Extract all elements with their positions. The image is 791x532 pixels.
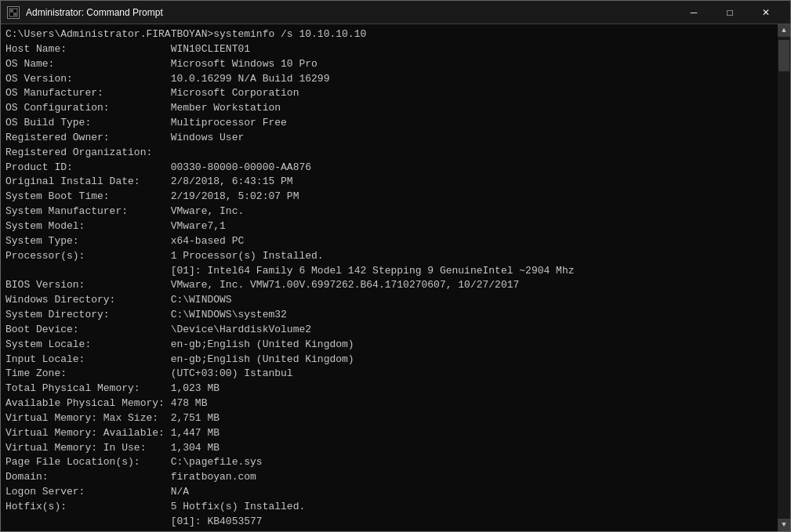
terminal-line: System Model: VMware7,1	[5, 219, 773, 234]
scrollbar: ▲ ▼	[778, 24, 790, 531]
terminal-line: System Boot Time: 2/19/2018, 5:02:07 PM	[5, 190, 773, 204]
terminal-line: Boot Device: \Device\HarddiskVolume2	[5, 323, 773, 338]
terminal-line: Available Physical Memory: 478 MB	[5, 396, 773, 411]
terminal-line: Host Name: WIN10CLIENT01	[5, 42, 773, 57]
terminal-line: OS Configuration: Member Workstation	[5, 101, 773, 116]
terminal-line: OS Name: Microsoft Windows 10 Pro	[5, 57, 773, 72]
terminal-line: Original Install Date: 2/8/2018, 6:43:15…	[5, 175, 773, 190]
close-button[interactable]: ✕	[748, 1, 784, 24]
terminal-line: Processor(s): 1 Processor(s) Installed.	[5, 249, 773, 264]
terminal-line: OS Build Type: Multiprocessor Free	[5, 116, 773, 131]
terminal-line: Registered Owner: Windows User	[5, 131, 773, 146]
scroll-up-button[interactable]: ▲	[778, 24, 790, 37]
terminal-line: [01]: Intel64 Family 6 Model 142 Steppin…	[5, 264, 773, 279]
title-bar: Administrator: Command Prompt ─ □ ✕	[1, 1, 790, 24]
terminal-line: C:\Users\Administrator.FIRATBOYAN>system…	[5, 27, 773, 42]
terminal-line: [02]: KB4055237	[5, 530, 773, 531]
terminal-line: Virtual Memory: Available: 1,447 MB	[5, 426, 773, 441]
window-controls: ─ □ ✕	[676, 1, 784, 24]
minimize-button[interactable]: ─	[676, 1, 712, 24]
scroll-down-button[interactable]: ▼	[778, 519, 790, 531]
terminal-line: BIOS Version: VMware, Inc. VMW71.00V.699…	[5, 278, 773, 293]
terminal-line: Virtual Memory: In Use: 1,304 MB	[5, 441, 773, 456]
svg-rect-2	[13, 13, 16, 16]
window-title: Administrator: Command Prompt	[26, 7, 676, 18]
terminal-line: Logon Server: N/A	[5, 485, 773, 500]
scroll-track	[778, 37, 790, 519]
content-area: C:\Users\Administrator.FIRATBOYAN>system…	[1, 24, 790, 531]
terminal-line: System Directory: C:\WINDOWS\system32	[5, 308, 773, 323]
terminal-line: Virtual Memory: Max Size: 2,751 MB	[5, 411, 773, 426]
terminal-line: Page File Location(s): C:\pagefile.sys	[5, 455, 773, 470]
terminal-line: Windows Directory: C:\WINDOWS	[5, 293, 773, 308]
terminal-line: Domain: firatboyan.com	[5, 470, 773, 485]
terminal-line: Hotfix(s): 5 Hotfix(s) Installed.	[5, 500, 773, 515]
terminal-line: Time Zone: (UTC+03:00) Istanbul	[5, 367, 773, 382]
svg-rect-1	[10, 9, 13, 13]
terminal-line: System Manufacturer: VMware, Inc.	[5, 204, 773, 219]
terminal-line: OS Manufacturer: Microsoft Corporation	[5, 86, 773, 101]
terminal-line: Input Locale: en-gb;English (United King…	[5, 353, 773, 367]
terminal-output[interactable]: C:\Users\Administrator.FIRATBOYAN>system…	[1, 24, 778, 531]
terminal-line: OS Version: 10.0.16299 N/A Build 16299	[5, 72, 773, 87]
window-icon	[7, 6, 20, 19]
terminal-line: Product ID: 00330-80000-00000-AA876	[5, 161, 773, 176]
cmd-window: Administrator: Command Prompt ─ □ ✕ C:\U…	[0, 0, 791, 532]
terminal-line: Total Physical Memory: 1,023 MB	[5, 382, 773, 396]
terminal-line: System Locale: en-gb;English (United Kin…	[5, 338, 773, 353]
scroll-thumb[interactable]	[778, 40, 789, 71]
maximize-button[interactable]: □	[712, 1, 748, 24]
terminal-line: System Type: x64-based PC	[5, 234, 773, 249]
terminal-line: [01]: KB4053577	[5, 515, 773, 530]
terminal-line: Registered Organization:	[5, 146, 773, 161]
